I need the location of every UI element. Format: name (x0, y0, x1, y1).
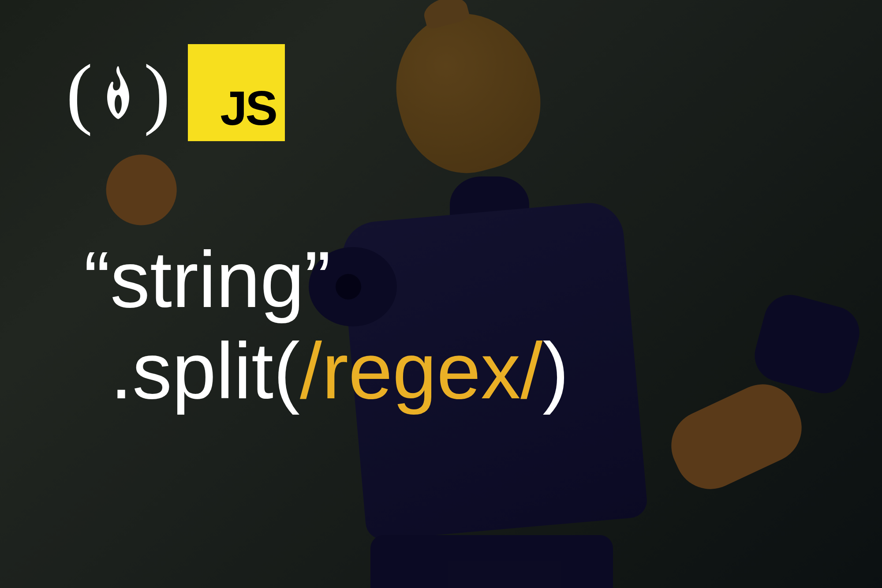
code-split-prefix: .split( (110, 326, 300, 415)
javascript-logo: JS (188, 44, 285, 141)
thumbnail-canvas: ( ) JS “string” .split(/regex/) (0, 0, 882, 588)
code-split-suffix: ) (542, 326, 569, 415)
freecodecamp-logo: ( ) (66, 53, 170, 132)
foreground-content: ( ) JS “string” .split(/regex/) (0, 0, 882, 588)
code-snippet: “string” .split(/regex/) (84, 234, 569, 416)
fcc-paren-left: ( (66, 53, 93, 132)
flame-icon (96, 62, 140, 124)
js-label: JS (220, 80, 276, 136)
fcc-paren-right: ) (144, 53, 170, 132)
code-line-1: “string” (84, 234, 569, 325)
code-regex-literal: /regex/ (300, 326, 542, 415)
logo-row: ( ) JS (66, 44, 285, 141)
code-line-2: .split(/regex/) (110, 325, 569, 416)
